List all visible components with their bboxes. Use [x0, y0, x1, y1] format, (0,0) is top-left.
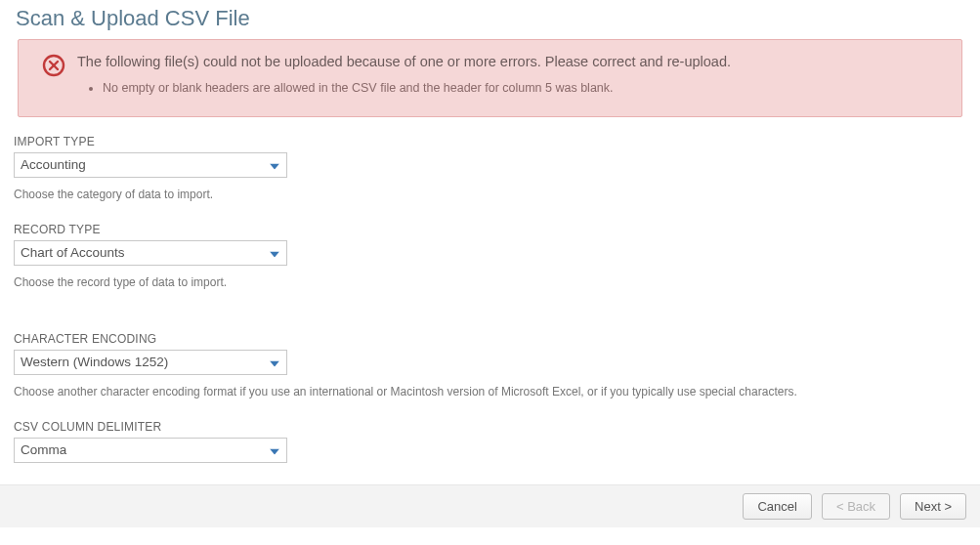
encoding-select[interactable]: Western (Windows 1252) [14, 350, 287, 375]
encoding-field: CHARACTER ENCODING Western (Windows 1252… [14, 332, 970, 398]
import-type-help: Choose the category of data to import. [14, 188, 970, 201]
cancel-button[interactable]: Cancel [743, 493, 811, 520]
encoding-label: CHARACTER ENCODING [14, 332, 970, 346]
page-title: Scan & Upload CSV File [10, 0, 970, 39]
delimiter-field: CSV COLUMN DELIMITER Comma [14, 420, 970, 463]
record-type-select[interactable]: Chart of Accounts [14, 240, 287, 266]
import-type-label: IMPORT TYPE [14, 135, 970, 148]
record-type-help: Choose the record type of data to import… [14, 275, 970, 289]
delimiter-select[interactable]: Comma [14, 438, 287, 463]
import-type-field: IMPORT TYPE Accounting Choose the catego… [14, 135, 970, 201]
record-type-field: RECORD TYPE Chart of Accounts Choose the… [14, 223, 970, 289]
error-icon [42, 54, 65, 80]
record-type-label: RECORD TYPE [14, 223, 970, 236]
alert-message: The following file(s) could not be uploa… [77, 54, 944, 69]
encoding-help: Choose another character encoding format… [14, 385, 970, 398]
back-button: < Back [822, 493, 890, 520]
error-alert: The following file(s) could not be uploa… [18, 39, 962, 117]
next-button[interactable]: Next > [900, 493, 966, 520]
wizard-footer: Cancel < Back Next > [0, 484, 980, 527]
delimiter-label: CSV COLUMN DELIMITER [14, 420, 970, 434]
alert-detail-item: No empty or blank headers are allowed in… [103, 79, 944, 98]
import-type-select[interactable]: Accounting [14, 152, 287, 178]
